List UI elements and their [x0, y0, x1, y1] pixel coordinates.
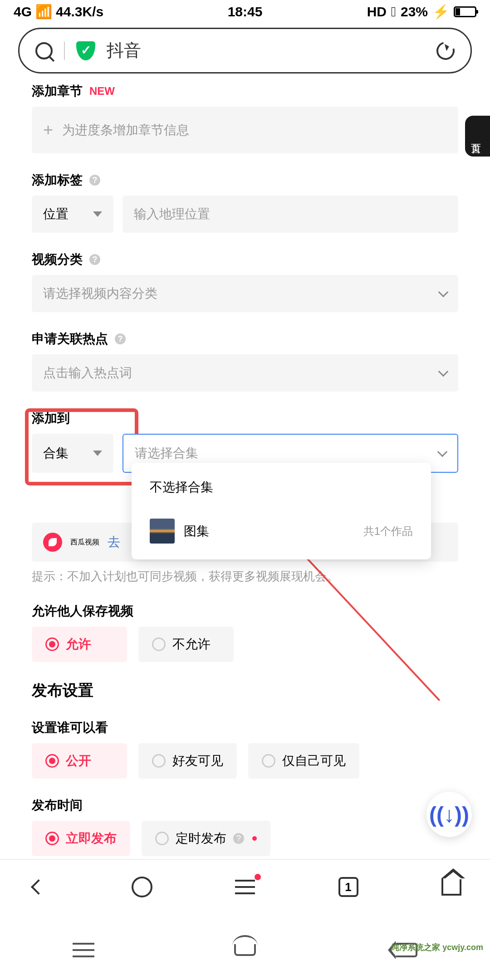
menu-item-none[interactable]: 不选择合集 — [132, 467, 431, 507]
radio-public[interactable]: 公开 — [32, 743, 127, 779]
radio-icon — [262, 754, 275, 768]
nav-back-button[interactable] — [27, 876, 50, 898]
status-bar: 4G 📶 44.3K/s 18:45 HD 􀙇 23% ⚡ — [0, 0, 490, 23]
hotspot-input[interactable]: 点击输入热点词 — [32, 354, 458, 392]
location-type-dropdown[interactable]: 位置 — [32, 196, 113, 233]
help-icon[interactable]: ? — [89, 175, 100, 186]
sync-link[interactable]: 去 — [108, 534, 120, 551]
radio-deny[interactable]: 不允许 — [138, 627, 234, 662]
menu-item-collection[interactable]: 图集 共1个作品 — [132, 507, 431, 555]
nav-home-button[interactable] — [440, 876, 463, 898]
radio-scheduled[interactable]: 定时发布 ? — [142, 821, 270, 856]
charging-icon: ⚡ — [432, 4, 449, 20]
save-title: 允许他人保存视频 — [32, 603, 458, 620]
radio-publish-now[interactable]: 立即发布 — [32, 821, 130, 856]
menu-icon — [73, 943, 94, 957]
sync-hint: 提示：不加入计划也可同步视频，获得更多视频展现机会。 — [32, 568, 458, 584]
refresh-icon[interactable] — [433, 38, 458, 63]
search-icon[interactable] — [35, 42, 53, 59]
side-tab-stub[interactable]: 首页 — [465, 116, 490, 157]
battery-percent: 23% — [401, 4, 428, 20]
radio-icon — [45, 754, 59, 768]
url-text[interactable]: 抖音 — [107, 39, 425, 62]
menu-icon — [235, 880, 255, 894]
network-speed: 44.3K/s — [56, 4, 103, 20]
radio-friends[interactable]: 好友可见 — [138, 743, 237, 779]
chevron-down-icon — [93, 211, 102, 217]
publish-time-title: 发布时间 — [32, 797, 458, 814]
tabs-icon: 1 — [338, 877, 358, 897]
system-menu-button[interactable] — [73, 943, 94, 957]
network-type: 4G — [14, 4, 32, 20]
new-badge: NEW — [89, 85, 115, 98]
chevron-down-icon — [438, 367, 449, 377]
clock: 18:45 — [168, 4, 322, 20]
chevron-down-icon — [437, 447, 448, 457]
system-home-button[interactable] — [234, 944, 256, 956]
publish-header: 发布设置 — [32, 680, 458, 701]
radio-icon — [152, 637, 166, 651]
nav-tabs-button[interactable]: 1 — [337, 876, 360, 898]
location-input[interactable]: 输入地理位置 — [122, 196, 458, 233]
radio-allow[interactable]: 允许 — [32, 627, 127, 662]
help-icon[interactable]: ? — [89, 254, 100, 265]
tags-title: 添加标签 ? — [32, 172, 458, 189]
url-bar[interactable]: 抖音 — [18, 28, 472, 74]
floating-sync-button[interactable]: ((↓)) — [426, 792, 472, 837]
home-icon — [234, 944, 256, 956]
chapter-title: 添加章节 NEW — [32, 83, 458, 100]
visibility-title: 设置谁可以看 — [32, 719, 458, 736]
category-title: 视频分类 ? — [32, 251, 458, 268]
nav-search-button[interactable] — [131, 876, 153, 898]
plus-icon: + — [43, 120, 53, 140]
red-dot-icon — [252, 836, 257, 841]
help-icon[interactable]: ? — [115, 333, 126, 344]
home-icon — [441, 878, 461, 896]
watermark: 纯净系统之家 ycwjy.com — [391, 943, 483, 953]
chevron-down-icon — [93, 451, 102, 456]
hotspot-title: 申请关联热点 ? — [32, 330, 458, 348]
radio-icon — [45, 832, 59, 845]
chevron-left-icon — [31, 879, 46, 895]
addto-title: 添加到 — [32, 410, 458, 427]
hd-indicator: HD — [367, 4, 387, 20]
radio-icon — [155, 832, 169, 845]
category-dropdown[interactable]: 请选择视频内容分类 — [32, 275, 458, 312]
nav-menu-button[interactable] — [234, 876, 256, 898]
thumbnail-icon — [150, 519, 175, 544]
radio-private[interactable]: 仅自己可见 — [248, 743, 359, 779]
wifi-icon: 􀙇 — [391, 4, 396, 20]
radio-icon — [152, 754, 166, 768]
help-icon[interactable]: ? — [233, 833, 244, 844]
search-icon — [132, 877, 152, 897]
shield-verified-icon — [76, 41, 95, 60]
divider — [64, 42, 65, 60]
xigua-icon — [43, 533, 62, 552]
radio-icon — [45, 637, 59, 651]
notification-dot-icon — [255, 874, 261, 880]
add-chapter-button[interactable]: + 为进度条增加章节信息 — [32, 107, 458, 153]
signal-icon: 📶 — [35, 4, 52, 20]
collection-dropdown-menu: 不选择合集 图集 共1个作品 — [132, 463, 431, 559]
addto-type-dropdown[interactable]: 合集 — [32, 434, 113, 473]
browser-nav-bar: 1 — [0, 859, 490, 914]
chevron-down-icon — [438, 287, 449, 298]
battery-icon — [454, 6, 476, 17]
